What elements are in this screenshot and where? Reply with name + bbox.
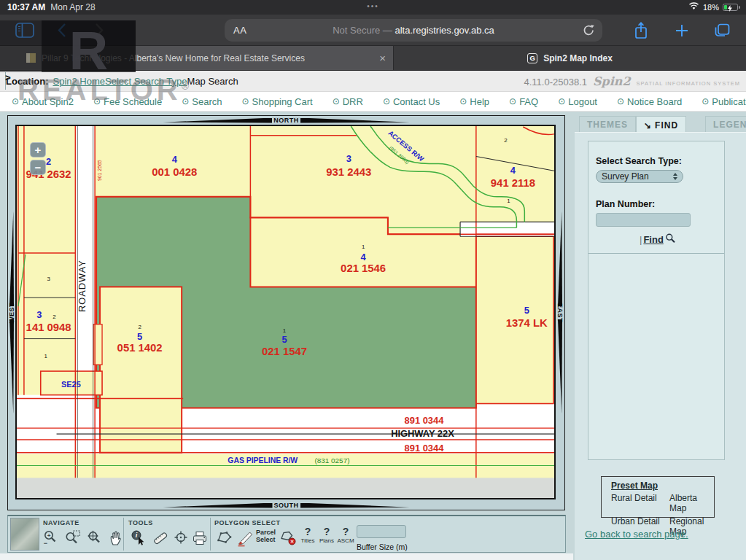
radio-bullet-icon: ⊙ [333, 96, 340, 106]
address-bar[interactable]: AA Not Secure — alta.registries.gov.ab.c… [225, 19, 602, 42]
menu-item-drr[interactable]: ⊙DRR [333, 96, 363, 107]
parcel-number: 3 [346, 153, 351, 164]
plan-number-input[interactable] [596, 213, 691, 227]
tab-find[interactable]: ↘ FIND [636, 116, 686, 132]
lot-number: 1 [44, 353, 47, 359]
pan-zoom-icon[interactable] [85, 528, 104, 548]
east-arrow-bar [558, 319, 562, 414]
breadcrumb-current: Map Search [187, 76, 238, 87]
back-to-search-link[interactable]: Go back to search page. [585, 529, 688, 540]
menu-item-logout[interactable]: ⊙Logout [558, 96, 597, 107]
parcel-number: 5 [524, 305, 529, 316]
side-panel: THEMES ↘ FIND LEGEND Select Search Type:… [575, 115, 746, 560]
parcel-number: 4 [172, 154, 178, 165]
measure-icon[interactable] [151, 528, 170, 548]
quarter-section-label: SE25 [61, 380, 81, 389]
center-map-icon[interactable] [171, 528, 190, 548]
menu-item-contact-us[interactable]: ⊙Contact Us [383, 96, 440, 107]
query-plans-button[interactable]: ? Plans [317, 526, 336, 544]
address-text: Not Secure — alta.registries.gov.ab.ca [225, 25, 602, 36]
tab-legend[interactable]: LEGEND [705, 116, 746, 132]
preset-rural-detail[interactable]: Rural Detail [611, 493, 669, 513]
tab-themes[interactable]: THEMES [579, 116, 636, 132]
lot-number: 1 [362, 244, 365, 250]
parcel-select-marker-icon[interactable] [236, 528, 255, 548]
north-band: NORTH [8, 116, 564, 125]
parcel-map[interactable]: 2 941 2632 ROADWAY 901 2565 4 001 0428 3… [17, 126, 554, 498]
buffer-size-input[interactable] [357, 525, 406, 538]
find-panel-body: Select Search Type: Survey Plan Plan Num… [575, 132, 746, 560]
query-titles-button[interactable]: ? Titles [298, 526, 317, 544]
menu-item-help[interactable]: ⊙Help [459, 96, 489, 107]
realtor-logo-watermark: R [0, 20, 136, 72]
zoom-in-button[interactable]: + [30, 142, 46, 158]
reload-icon[interactable] [583, 24, 595, 39]
plan-number: 051 1402 [117, 342, 163, 354]
gas-pipeline-plan: (831 0257) [315, 456, 350, 464]
east-band: EAST [556, 125, 564, 501]
plan-number: 001 0428 [152, 166, 197, 178]
battery-icon [723, 4, 738, 11]
west-arrow-bar [9, 319, 14, 414]
north-arrow-bar [163, 118, 272, 123]
parcel-select-label[interactable]: Parcel Select [256, 529, 276, 544]
radio-bullet-icon: ⊙ [459, 96, 467, 106]
ascm-label: ASCM [337, 537, 354, 544]
svg-text:×: × [290, 538, 294, 545]
menu-item-notice-board[interactable]: ⊙Notice Board [617, 96, 682, 107]
multitask-dots-icon[interactable]: ••• [0, 2, 746, 10]
identify-icon[interactable]: i [129, 528, 148, 548]
search-type-select[interactable]: Survey Plan [596, 170, 683, 183]
plan-number-label: Plan Number: [596, 199, 717, 209]
radio-bullet-icon: ⊙ [383, 96, 390, 106]
tab-spin2-map-index[interactable]: G Spin2 Map Index [394, 46, 746, 70]
magnifier-icon[interactable] [665, 233, 676, 246]
south-label: SOUTH [274, 502, 299, 509]
zoom-out-button[interactable]: − [30, 160, 46, 175]
menu-item-faq[interactable]: ⊙FAQ [509, 96, 538, 107]
parcel-number: 4 [361, 252, 367, 262]
radio-bullet-icon: ⊙ [241, 96, 249, 106]
plan-number: 931 2443 [326, 166, 371, 178]
parcel-number: 4 [510, 165, 516, 176]
lot-number: 3 [47, 276, 50, 282]
north-label: NORTH [273, 117, 299, 124]
page: 10:37 AM Mon Apr 28 ••• 18% AA Not Secur… [0, 0, 746, 560]
tabs-overview-icon[interactable] [712, 15, 732, 46]
version-block: 4.11.0-25038.1 Spin2 SPATIAL INFORMATION… [524, 74, 741, 88]
close-tab-icon[interactable]: × [372, 52, 386, 64]
radio-bullet-icon: ⊙ [509, 96, 516, 106]
zoom-in-out-icon[interactable]: +− [42, 528, 61, 548]
new-tab-icon[interactable] [672, 15, 691, 46]
print-icon[interactable] [190, 528, 209, 548]
menu-item-shopping-cart[interactable]: ⊙Shopping Cart [241, 96, 312, 107]
titles-label: Titles [301, 537, 315, 544]
lot-number: 2 [53, 314, 55, 320]
south-band: SOUTH [8, 501, 564, 510]
select-arrows-icon [673, 173, 677, 180]
highway-name-label: HIGHWAY 22X [391, 428, 454, 439]
highway-plan-label: 891 0344 [405, 443, 445, 454]
west-arrow-bar [9, 211, 14, 306]
pan-hand-icon[interactable] [106, 528, 125, 548]
menu-item-publications[interactable]: ⊙Publications [702, 96, 746, 107]
preset-map-title: Preset Map [611, 481, 714, 491]
svg-text:+: + [47, 532, 51, 539]
roadway-plan-label: 901 2565 [97, 160, 102, 181]
south-arrow-bar [300, 503, 410, 508]
clear-polygon-icon[interactable]: × [279, 528, 298, 548]
bottom-strip [0, 553, 573, 560]
share-icon[interactable] [630, 15, 652, 46]
preset-alberta-map[interactable]: Alberta Map [669, 493, 714, 513]
map-viewport[interactable]: + − [15, 125, 556, 499]
find-button[interactable]: Find [643, 234, 663, 245]
overview-map-thumbnail[interactable] [10, 518, 39, 551]
query-ascm-button[interactable]: ? ASCM [336, 526, 355, 544]
polygon-select-icon[interactable] [215, 528, 234, 548]
north-arrow-bar [300, 118, 410, 123]
west-band: WEST [8, 125, 15, 501]
parcel-number: 5 [281, 335, 287, 346]
zoom-window-icon[interactable] [63, 528, 82, 548]
question-icon: ? [343, 526, 349, 537]
text-caret: | [640, 234, 642, 245]
